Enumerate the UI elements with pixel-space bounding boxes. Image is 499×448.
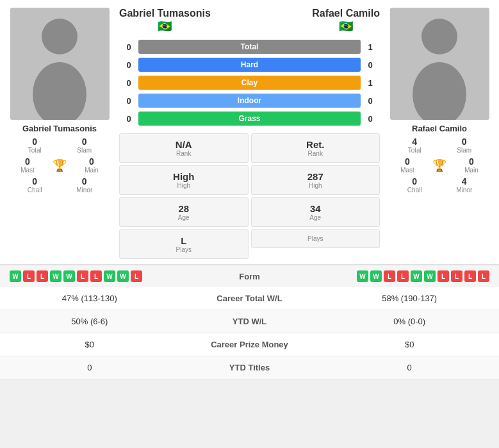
stat-right-val: 58% (190-137) [320,287,499,310]
grass-left-score: 0 [119,114,138,124]
right-main: 0 Main [459,156,484,174]
form-section: WLLWWLLWWL Form WWLLWWLLLL [0,265,499,287]
right-stats-row2: 0 Mast 🏆 0 Main [390,156,489,174]
form-badge-w: W [104,270,115,282]
form-badge-l: L [464,270,476,282]
form-label: Form [239,272,260,281]
left-rank-card: N/A Rank [119,133,249,163]
form-badge-l: L [384,270,395,282]
right-rank-card: Ret. Rank [251,133,380,163]
right-form-badges: WWLLWWLLLL [357,270,489,282]
total-btn: Total [138,40,361,54]
stat-left-val: 50% (6-6) [0,310,179,333]
left-player-photo [10,8,110,120]
form-badge-w: W [10,270,21,282]
total-left-score: 0 [119,42,138,52]
player-headers: Gabriel Tumasonis 🇧🇷 Rafael Camilo 🇧🇷 [119,8,380,33]
right-total: 4 Total [402,137,427,154]
form-badge-l: L [478,270,489,282]
hard-btn: Hard [138,58,361,72]
hard-left-score: 0 [119,60,138,70]
right-info-cards: Ret. Rank 287 High 34 Age Plays [251,133,380,259]
left-stats-row2: 0 Mast 🏆 0 Main [10,156,110,174]
indoor-left-score: 0 [119,96,138,106]
form-badge-l: L [397,270,409,282]
stat-label: Career Prize Money [179,333,320,356]
form-badge-w: W [424,270,436,282]
left-form-badges: WLLWWLLWWL [10,270,142,282]
grass-row: 0 Grass 0 [119,112,380,126]
left-high-card: High High [119,165,249,195]
stat-right-val: $0 [320,333,499,356]
career-stats-table: 47% (113-130) Career Total W/L 58% (190-… [0,287,499,379]
left-flag: 🇧🇷 [158,19,172,33]
form-badge-w: W [63,270,75,282]
right-player-photo [390,8,489,120]
stat-right-val: 0% (0-0) [320,310,499,333]
form-badge-w: W [50,270,61,282]
left-player-header: Gabriel Tumasonis 🇧🇷 [119,8,211,33]
right-trophy-icon: 🏆 [430,156,449,174]
stat-left-val: 47% (113-130) [0,287,179,310]
left-player-photo-area: Gabriel Tumasonis 0 Total 0 Slam 0 Mast [5,8,114,194]
left-stats-row1: 0 Total 0 Slam [10,137,110,154]
hard-right-score: 0 [361,60,380,70]
form-badge-w: W [357,270,368,282]
form-badge-w: W [117,270,129,282]
svg-point-4 [421,19,457,54]
form-badge-l: L [90,270,102,282]
right-high-card: 287 High [251,165,380,195]
grass-right-score: 0 [361,114,380,124]
right-player-name: Rafael Camilo [412,124,467,133]
svg-point-1 [42,19,78,54]
right-header-name: Rafael Camilo [312,8,380,19]
form-badge-l: L [451,270,462,282]
right-player-header: Rafael Camilo 🇧🇷 [312,8,380,33]
right-silhouette-icon [390,8,489,120]
indoor-btn: Indoor [138,94,361,108]
left-info-cards: N/A Rank High High 28 Age L Plays [119,133,249,259]
stat-right-val: 0 [320,356,499,379]
middle-area: Gabriel Tumasonis 🇧🇷 Rafael Camilo 🇧🇷 0 … [114,8,385,259]
stat-left-val: $0 [0,333,179,356]
form-badge-l: L [37,270,48,282]
stat-label: YTD Titles [179,356,320,379]
form-badge-l: L [77,270,88,282]
right-plays-card: Plays [251,229,380,248]
grass-btn: Grass [138,112,361,126]
form-badge-l: L [438,270,449,282]
stats-row: 0 YTD Titles 0 [0,356,499,379]
left-player-name: Gabriel Tumasonis [22,124,97,133]
form-badge-w: W [370,270,382,282]
left-age-card: 28 Age [119,197,249,227]
form-badge-w: W [411,270,422,282]
stat-label: Career Total W/L [179,287,320,310]
total-row: 0 Total 1 [119,40,380,54]
left-header-name: Gabriel Tumasonis [119,8,211,19]
right-minor: 4 Minor [452,176,477,194]
indoor-right-score: 0 [361,96,380,106]
right-mast: 0 Mast [395,156,420,174]
left-total: 0 Total [22,137,47,154]
form-badge-l: L [23,270,35,282]
stats-row: $0 Career Prize Money $0 [0,333,499,356]
right-slam: 0 Slam [452,137,477,154]
left-trophy-icon: 🏆 [50,156,69,174]
left-main: 0 Main [79,156,104,174]
surface-rows: 0 Total 1 0 Hard 0 0 Clay 1 0 [119,40,380,129]
left-plays-card: L Plays [119,229,249,259]
clay-btn: Clay [138,76,361,90]
left-slam: 0 Slam [72,137,97,154]
right-age-card: 34 Age [251,197,380,227]
main-container: Gabriel Tumasonis 0 Total 0 Slam 0 Mast [0,0,499,379]
right-stats-row1: 4 Total 0 Slam [390,137,489,154]
hard-row: 0 Hard 0 [119,58,380,72]
left-silhouette-icon [10,8,110,120]
stat-label: YTD W/L [179,310,320,333]
clay-row: 0 Clay 1 [119,76,380,90]
left-chall: 0 Chall [22,176,47,194]
right-player-photo-area: Rafael Camilo 4 Total 0 Slam 0 Mast 🏆 [385,8,494,194]
clay-right-score: 1 [361,78,380,88]
right-stats-row3: 0 Chall 4 Minor [390,176,489,194]
right-flag: 🇧🇷 [339,19,353,33]
